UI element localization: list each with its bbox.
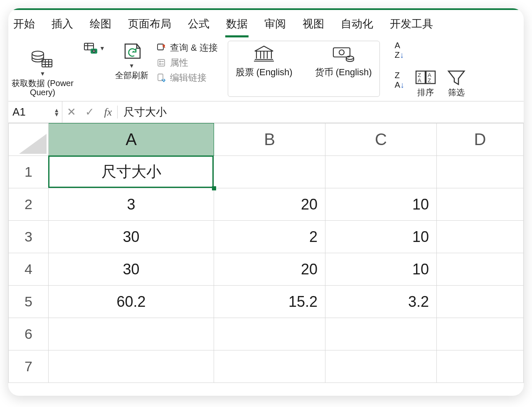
chevron-down-icon: ▼	[129, 62, 135, 69]
excel-window: 开始插入绘图页面布局公式数据审阅视图自动化开发工具 ▼ 获取数据 (Power …	[8, 8, 524, 396]
cell-B6[interactable]	[214, 318, 325, 350]
name-box[interactable]: A1 ▲▼	[8, 101, 62, 123]
cell-D7[interactable]	[437, 350, 524, 383]
group-sort: Z A A Z 排序	[414, 41, 437, 97]
tab-4[interactable]: 公式	[187, 16, 210, 37]
tab-7[interactable]: 视图	[302, 16, 325, 37]
cell-A7[interactable]	[49, 350, 214, 383]
column-header-A[interactable]: A	[49, 123, 214, 156]
check-icon: ✓	[85, 106, 94, 118]
cell-A2[interactable]: 3	[49, 188, 214, 221]
row-header-2[interactable]: 2	[9, 188, 49, 221]
svg-point-0	[32, 51, 44, 56]
cell-C6[interactable]	[325, 318, 437, 350]
svg-rect-5	[158, 44, 163, 50]
cell-C2[interactable]: 10	[325, 188, 437, 221]
cell-A5[interactable]: 60.2	[49, 286, 214, 318]
group-connections: ▼ 全部刷新 查询 & 连接	[115, 41, 218, 97]
column-header-C[interactable]: C	[325, 123, 437, 156]
row-header-7[interactable]: 7	[9, 350, 49, 383]
group-from-other: ▼	[84, 41, 105, 97]
cell-D6[interactable]	[437, 318, 524, 350]
cell-A4[interactable]: 30	[49, 253, 214, 286]
cell-A1[interactable]: 尺寸大小	[49, 156, 214, 188]
cell-B4[interactable]: 20	[214, 253, 325, 286]
tab-0[interactable]: 开始	[12, 16, 36, 37]
get-data-label: 获取数据 (Power Query)	[12, 79, 74, 97]
connection-options: 查询 & 连接 属性	[156, 42, 218, 84]
cell-B7[interactable]	[214, 350, 325, 383]
name-box-stepper-icon[interactable]: ▲▼	[54, 108, 59, 116]
cell-C4[interactable]: 10	[325, 253, 437, 286]
group-filter: 筛选	[447, 41, 466, 97]
cell-D4[interactable]	[437, 253, 524, 286]
tab-6[interactable]: 审阅	[264, 16, 287, 37]
refresh-all-button[interactable]: ▼ 全部刷新	[115, 41, 148, 80]
filter-button[interactable]: 筛选	[447, 69, 466, 97]
row-header-5[interactable]: 5	[9, 286, 49, 318]
tab-5[interactable]: 数据	[225, 16, 249, 37]
sort-dialog-icon: Z A A Z	[414, 69, 437, 86]
tab-2[interactable]: 绘图	[89, 16, 112, 37]
sort-label: 排序	[417, 88, 434, 97]
select-all-corner[interactable]	[9, 123, 49, 156]
from-other-sources-button[interactable]: ▼	[84, 42, 105, 54]
cell-C7[interactable]	[325, 350, 437, 383]
tab-9[interactable]: 开发工具	[389, 16, 434, 37]
sort-asc-button[interactable]: AZ↓	[395, 41, 404, 60]
tab-1[interactable]: 插入	[51, 16, 74, 37]
cell-D3[interactable]	[437, 221, 524, 253]
cell-C5[interactable]: 3.2	[325, 286, 437, 318]
sort-desc-button[interactable]: ZA↓	[395, 71, 404, 90]
svg-point-4	[93, 50, 95, 52]
edit-links-button[interactable]: 编辑链接	[156, 72, 218, 84]
stocks-datatype-button[interactable]: 股票 (English)	[236, 44, 293, 93]
cell-B3[interactable]: 2	[214, 221, 325, 253]
row-header-6[interactable]: 6	[9, 318, 49, 350]
column-header-B[interactable]: B	[214, 123, 325, 156]
table-row: 7	[9, 350, 524, 383]
svg-rect-7	[158, 59, 165, 66]
fx-button[interactable]: fx	[99, 106, 117, 118]
refresh-icon	[120, 41, 143, 61]
svg-point-8	[159, 61, 160, 62]
formula-input[interactable]: 尺寸大小	[118, 105, 167, 119]
table-row: 330210	[9, 221, 524, 253]
fx-label: fx	[104, 106, 112, 118]
cell-D5[interactable]	[437, 286, 524, 318]
row-header-3[interactable]: 3	[9, 221, 49, 253]
cell-A6[interactable]	[49, 318, 214, 350]
accept-formula-button[interactable]: ✓	[81, 106, 99, 118]
properties-button[interactable]: 属性	[156, 57, 218, 69]
chevron-down-icon: ▼	[99, 45, 105, 52]
get-data-button[interactable]: ▼ 获取数据 (Power Query)	[12, 49, 74, 97]
sort-asc-icon: AZ↓	[395, 41, 404, 60]
queries-connections-button[interactable]: 查询 & 连接	[156, 42, 218, 54]
worksheet[interactable]: ABCD 1尺寸大小2320103302104302010560.215.23.…	[8, 123, 524, 383]
edit-links-label: 编辑链接	[170, 72, 207, 84]
row-header-4[interactable]: 4	[9, 253, 49, 286]
sort-button[interactable]: Z A A Z 排序	[414, 69, 437, 97]
cell-B5[interactable]: 15.2	[214, 286, 325, 318]
row-header-1[interactable]: 1	[9, 156, 49, 188]
ribbon: ▼ 获取数据 (Power Query) ▼	[8, 39, 524, 101]
cell-C3[interactable]: 10	[325, 221, 437, 253]
table-camera-icon	[84, 42, 98, 54]
column-header-D[interactable]: D	[437, 123, 524, 156]
x-icon: ✕	[67, 106, 76, 118]
cell-A3[interactable]: 30	[49, 221, 214, 253]
cell-D2[interactable]	[437, 188, 524, 221]
tab-3[interactable]: 页面布局	[127, 16, 172, 37]
cell-D1[interactable]	[437, 156, 524, 188]
sort-desc-icon: ZA↓	[395, 71, 404, 90]
stocks-label: 股票 (English)	[236, 66, 293, 79]
svg-text:A: A	[418, 77, 421, 84]
tab-8[interactable]: 自动化	[340, 16, 374, 37]
ribbon-tabs: 开始插入绘图页面布局公式数据审阅视图自动化开发工具	[8, 8, 524, 39]
queries-icon	[156, 42, 167, 53]
currency-datatype-button[interactable]: 货币 (English)	[315, 44, 372, 93]
cancel-formula-button[interactable]: ✕	[62, 106, 81, 118]
cell-B2[interactable]: 20	[214, 188, 325, 221]
cell-C1[interactable]	[325, 156, 437, 188]
cell-B1[interactable]	[214, 156, 325, 188]
